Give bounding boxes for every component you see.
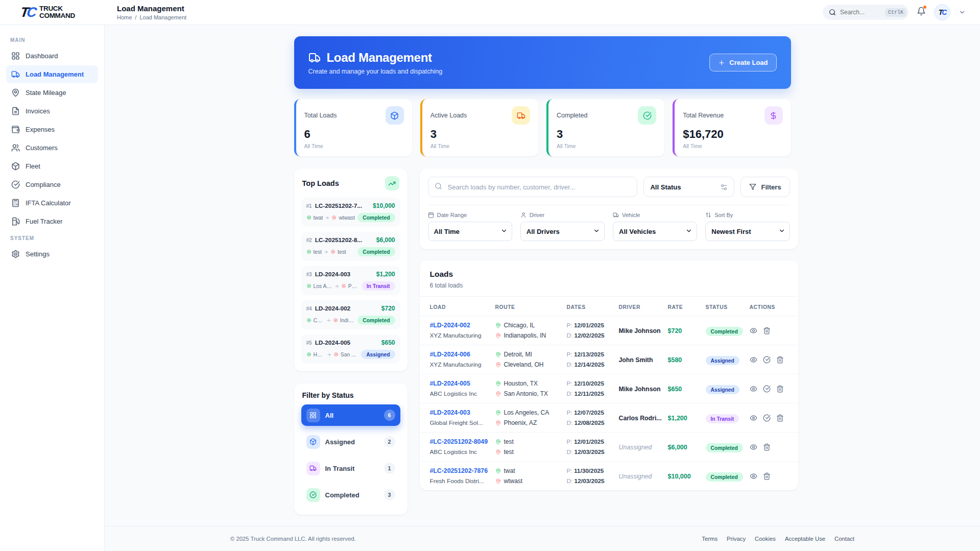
- app-logo[interactable]: TC TRUCKCOMMAND: [0, 0, 105, 25]
- load-number-link[interactable]: #LC-20251202-7876: [430, 467, 491, 474]
- map-pin-icon: [495, 323, 501, 328]
- load-dates: P: 12/07/2025 D: 12/08/2025: [567, 409, 619, 426]
- banner-subtitle: Create and manage your loads and dispatc…: [308, 68, 443, 75]
- top-load-number: LC-20251202-7...: [315, 202, 370, 209]
- load-rate: $580: [668, 356, 682, 364]
- truck-icon: [306, 462, 320, 475]
- delete-button[interactable]: [776, 414, 784, 422]
- status-filter-label: Completed: [325, 491, 360, 499]
- filter-select-driver[interactable]: All Drivers: [520, 222, 605, 241]
- load-number-link[interactable]: #LC-20251202-8049: [430, 438, 491, 445]
- top-load-item[interactable]: #1 LC-20251202-7... $10,000 twat wtwast …: [301, 198, 400, 227]
- divider: [428, 205, 790, 205]
- create-load-button[interactable]: Create Load: [709, 54, 776, 71]
- status-filter-all[interactable]: All 6: [301, 404, 400, 426]
- filter-select-vehicle[interactable]: All Vehicles: [613, 222, 697, 241]
- table-row: #LC-20251202-8049 ABC Logistics Inc test…: [420, 433, 798, 462]
- load-number-link[interactable]: #LD-2024-002: [430, 322, 491, 329]
- load-number-link[interactable]: #LD-2024-003: [430, 409, 491, 416]
- delete-button[interactable]: [776, 356, 784, 364]
- pin-dot-icon: [330, 249, 336, 254]
- sidebar-item-state-mileage[interactable]: State Mileage: [6, 84, 98, 102]
- sidebar-item-expenses[interactable]: Expenses: [6, 121, 98, 138]
- filter-select-sort-by[interactable]: Newest First: [705, 222, 790, 241]
- notifications-button[interactable]: [917, 7, 926, 18]
- load-driver: Mike Johnson: [619, 386, 661, 393]
- complete-button[interactable]: [763, 414, 771, 422]
- sidebar-item-settings[interactable]: Settings: [6, 245, 98, 263]
- footer-link-cookies[interactable]: Cookies: [755, 536, 776, 542]
- plus-icon: [718, 59, 725, 66]
- global-search[interactable]: CtrlK: [823, 5, 909, 20]
- sidebar-item-fuel-tracker[interactable]: Fuel Tracker: [6, 212, 98, 230]
- breadcrumb-home[interactable]: Home: [117, 14, 132, 20]
- table-row: #LD-2024-005 ABC Logistics Inc Houston, …: [420, 374, 798, 403]
- load-rate: $1,200: [668, 415, 687, 422]
- delete-button[interactable]: [763, 443, 771, 451]
- sidebar-item-customers[interactable]: Customers: [6, 139, 98, 157]
- all-status-dropdown[interactable]: All Status: [643, 177, 734, 197]
- status-filter-completed[interactable]: Completed 3: [301, 484, 400, 506]
- top-load-item[interactable]: #5 LD-2024-005 $650 Hou... San Ant... As…: [301, 334, 400, 364]
- status-filter-in-transit[interactable]: In Transit 1: [301, 458, 400, 479]
- map-pin-icon: [495, 439, 501, 445]
- footer-link-acceptable-use[interactable]: Acceptable Use: [785, 536, 825, 542]
- load-customer: XYZ Manufacturing: [430, 332, 491, 339]
- footer-link-privacy[interactable]: Privacy: [727, 536, 746, 542]
- view-button[interactable]: [750, 356, 757, 364]
- delete-button[interactable]: [776, 385, 784, 393]
- loads-search-input[interactable]: [428, 177, 638, 197]
- top-load-route: Hou... San Ant...: [306, 352, 360, 357]
- top-load-amount: $10,000: [373, 202, 395, 209]
- top-load-item[interactable]: #2 LC-20251202-8... $6,000 test test Com…: [301, 232, 400, 261]
- filter-select-date-range[interactable]: All Time: [428, 222, 512, 241]
- status-badge: Assigned: [706, 356, 739, 365]
- table-header: LOADROUTEDATESDRIVERRATESTATUSACTIONS: [420, 297, 798, 316]
- view-button[interactable]: [750, 385, 757, 393]
- filter-group-sort-by: Sort By Newest First: [705, 212, 790, 241]
- table-row: #LD-2024-003 Global Freight Sol... Los A…: [420, 403, 798, 433]
- filters-button[interactable]: Filters: [740, 177, 790, 197]
- stat-value: 3: [557, 128, 656, 141]
- view-button[interactable]: [750, 327, 757, 334]
- sidebar: MAIN Dashboard Load Management State Mil…: [0, 25, 105, 551]
- top-load-item[interactable]: #3 LD-2024-003 $1,200 Los Ang... Pho... …: [301, 266, 400, 295]
- sidebar-item-load-management[interactable]: Load Management: [6, 65, 98, 83]
- sidebar-item-compliance[interactable]: Compliance: [6, 176, 98, 194]
- notification-dot: [923, 5, 927, 9]
- complete-button[interactable]: [763, 385, 771, 393]
- sidebar-item-ifta-calculator[interactable]: IFTA Calculator: [6, 194, 98, 212]
- footer-link-contact[interactable]: Contact: [834, 536, 854, 542]
- check-circle-icon: [11, 180, 20, 189]
- column-header-status: STATUS: [706, 304, 750, 310]
- status-filter-assigned[interactable]: Assigned 2: [301, 431, 400, 452]
- pin-dot-icon: [306, 283, 312, 289]
- status-badge: Assigned: [361, 350, 395, 359]
- sidebar-item-fleet[interactable]: Fleet: [6, 157, 98, 175]
- stat-caption: All Time: [304, 143, 404, 149]
- top-load-item[interactable]: #4 LD-2024-002 $720 Chic... Indiana... C…: [301, 300, 400, 329]
- avatar[interactable]: TC: [934, 4, 950, 20]
- chevron-down-icon[interactable]: [959, 9, 966, 16]
- sidebar-item-dashboard[interactable]: Dashboard: [6, 47, 98, 65]
- load-number-link[interactable]: #LD-2024-005: [430, 380, 491, 387]
- breadcrumb-current: Load Management: [139, 14, 186, 20]
- delete-button[interactable]: [763, 472, 771, 480]
- sidebar-item-invoices[interactable]: Invoices: [6, 102, 98, 120]
- view-button[interactable]: [750, 414, 757, 422]
- load-route: twat wtwast: [495, 467, 567, 485]
- column-header-actions: ACTIONS: [750, 304, 788, 310]
- destination: Indiana...: [340, 318, 356, 323]
- footer-link-terms[interactable]: Terms: [702, 536, 718, 542]
- view-button[interactable]: [750, 443, 757, 451]
- complete-button[interactable]: [763, 356, 771, 364]
- origin: twat: [314, 215, 323, 221]
- view-button[interactable]: [750, 472, 757, 480]
- load-number-link[interactable]: #LD-2024-006: [430, 351, 491, 358]
- status-badge: Completed: [357, 213, 395, 222]
- origin: test: [314, 249, 322, 255]
- load-rate: $720: [668, 327, 682, 334]
- global-search-input[interactable]: [840, 9, 881, 16]
- top-load-number: LD-2024-003: [315, 271, 373, 278]
- delete-button[interactable]: [763, 327, 771, 334]
